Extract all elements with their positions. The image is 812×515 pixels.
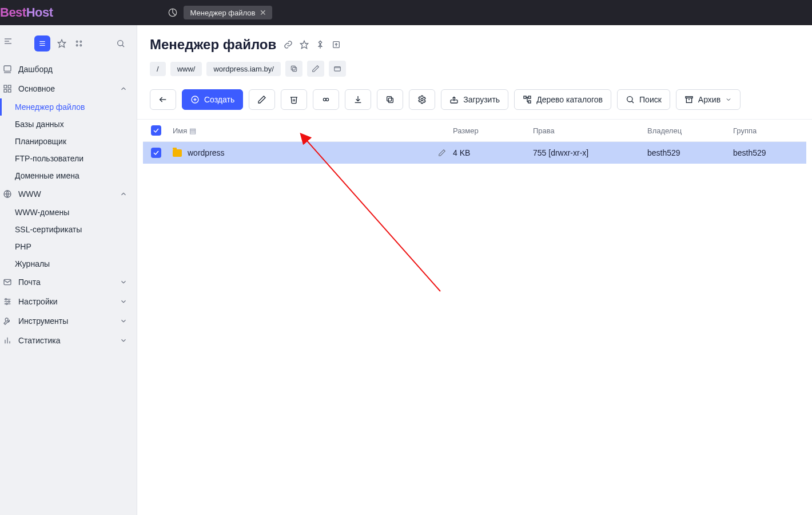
svg-point-28 xyxy=(6,303,7,305)
upload-button[interactable]: Загрузить xyxy=(441,89,508,110)
svg-rect-14 xyxy=(4,66,11,71)
sidebar-item-www-domains[interactable]: WWW-домены xyxy=(15,204,137,221)
search-icon[interactable] xyxy=(115,38,126,49)
collapse-icon[interactable] xyxy=(3,37,13,46)
sidebar-item-label: Настройки xyxy=(18,297,58,306)
file-name: wordpress xyxy=(188,148,225,157)
row-checkbox[interactable] xyxy=(151,148,161,158)
sidebar-item-www[interactable]: WWW xyxy=(0,184,137,204)
sidebar-item-php[interactable]: PHP xyxy=(15,238,137,255)
gear-icon xyxy=(417,95,427,104)
view-icon xyxy=(321,96,331,104)
breadcrumb-www[interactable]: www/ xyxy=(170,62,202,76)
sidebar-item-domain-names[interactable]: Доменные имена xyxy=(15,167,137,184)
svg-point-11 xyxy=(80,45,82,46)
sidebar-item-label: Основное xyxy=(18,84,55,93)
sidebar-item-ftp-users[interactable]: FTP-пользователи xyxy=(15,150,137,167)
settings-button[interactable] xyxy=(409,89,435,110)
sidebar-item-label: WWW xyxy=(18,189,41,199)
brand-logo: BestHost xyxy=(0,5,53,20)
archive-button[interactable]: Архив xyxy=(676,89,741,110)
sidebar-item-main[interactable]: Основное xyxy=(0,79,137,98)
col-name[interactable]: Имя▤ xyxy=(173,126,453,135)
download-icon xyxy=(353,95,363,104)
col-perms[interactable]: Права xyxy=(533,126,647,135)
sidebar-item-label: Почта xyxy=(18,278,41,287)
edit-path-icon[interactable] xyxy=(307,61,324,77)
link-icon[interactable] xyxy=(283,39,293,50)
tab-file-manager[interactable]: Менеджер файлов ✕ xyxy=(184,6,273,19)
sidebar-item-scheduler[interactable]: Планировщик xyxy=(15,133,137,150)
pie-icon[interactable] xyxy=(168,7,178,18)
star-icon[interactable] xyxy=(56,38,67,49)
close-icon[interactable]: ✕ xyxy=(260,8,266,17)
delete-button[interactable] xyxy=(281,89,307,110)
pencil-icon[interactable] xyxy=(438,149,446,157)
svg-point-27 xyxy=(8,301,10,303)
svg-point-51 xyxy=(421,98,423,101)
sidebar-item-stats[interactable]: Статистика xyxy=(0,331,137,350)
sidebar: Дашборд Основное Менеджер файлов Базы да… xyxy=(0,25,137,515)
mail-icon xyxy=(2,277,13,287)
col-owner[interactable]: Владелец xyxy=(647,126,733,135)
breadcrumb-domain[interactable]: wordpress.iam.by/ xyxy=(206,62,280,76)
svg-marker-32 xyxy=(301,41,308,48)
table-row[interactable]: wordpress 4 KB 755 [drwxr-xr-x] besth529… xyxy=(143,142,806,164)
copy-path-icon[interactable] xyxy=(285,61,302,77)
col-size[interactable]: Размер xyxy=(453,126,533,135)
select-all-checkbox[interactable] xyxy=(151,125,161,136)
tab-label: Менеджер файлов xyxy=(190,9,256,17)
sidebar-item-label: Статистика xyxy=(18,336,61,345)
sidebar-item-dashboard[interactable]: Дашборд xyxy=(0,60,137,79)
search-button[interactable]: Поиск xyxy=(617,89,670,110)
dashboard-icon xyxy=(2,64,13,74)
file-group: besth529 xyxy=(733,148,802,157)
svg-rect-19 xyxy=(8,89,11,92)
file-table: Имя▤ Размер Права Владелец Группа wordpr… xyxy=(137,120,812,515)
svg-point-12 xyxy=(118,41,123,46)
file-perms: 755 [drwxr-xr-x] xyxy=(533,148,647,157)
copy-button[interactable] xyxy=(377,89,403,110)
sidebar-item-ssl[interactable]: SSL-сертификаты xyxy=(15,221,137,238)
sidebar-item-logs[interactable]: Журналы xyxy=(15,255,137,272)
create-button[interactable]: Создать xyxy=(182,89,243,110)
col-group[interactable]: Группа xyxy=(733,126,802,135)
tree-button[interactable]: Дерево каталогов xyxy=(514,89,611,110)
svg-rect-38 xyxy=(335,67,341,72)
pin-icon[interactable] xyxy=(315,39,325,50)
sidebar-item-tools[interactable]: Инструменты xyxy=(0,311,137,331)
svg-rect-18 xyxy=(4,89,7,92)
folder-icon xyxy=(173,149,182,157)
svg-rect-37 xyxy=(291,66,295,70)
page-title: Менеджер файлов xyxy=(150,37,276,53)
svg-point-10 xyxy=(76,45,78,46)
breadcrumb-root[interactable]: / xyxy=(150,62,166,76)
chevron-down-icon xyxy=(118,335,129,346)
external-icon[interactable] xyxy=(331,39,341,50)
sidebar-item-label: Инструменты xyxy=(18,316,68,326)
download-button[interactable] xyxy=(345,89,371,110)
back-button[interactable] xyxy=(150,89,176,110)
upload-icon xyxy=(449,95,459,104)
list-view-icon[interactable] xyxy=(34,35,50,52)
sidebar-item-file-manager[interactable]: Менеджер файлов xyxy=(15,98,137,116)
svg-line-13 xyxy=(122,45,124,47)
bars-icon xyxy=(2,335,13,346)
view-button[interactable] xyxy=(313,89,339,110)
star-icon[interactable] xyxy=(299,39,309,50)
svg-point-45 xyxy=(324,98,327,101)
svg-point-46 xyxy=(326,98,329,101)
sidebar-item-databases[interactable]: Базы данных xyxy=(15,116,137,133)
svg-rect-16 xyxy=(4,85,7,88)
sidebar-item-mail[interactable]: Почта xyxy=(0,272,137,292)
file-size: 4 KB xyxy=(453,148,533,157)
edit-button[interactable] xyxy=(249,89,275,110)
svg-rect-54 xyxy=(524,96,526,98)
sort-icon: ▤ xyxy=(189,126,196,135)
chevron-down-icon xyxy=(118,316,129,326)
open-folder-icon[interactable] xyxy=(329,61,346,77)
puzzle-icon[interactable] xyxy=(73,38,85,49)
svg-rect-56 xyxy=(528,101,531,103)
pencil-icon xyxy=(257,95,266,104)
sidebar-item-settings[interactable]: Настройки xyxy=(0,292,137,311)
